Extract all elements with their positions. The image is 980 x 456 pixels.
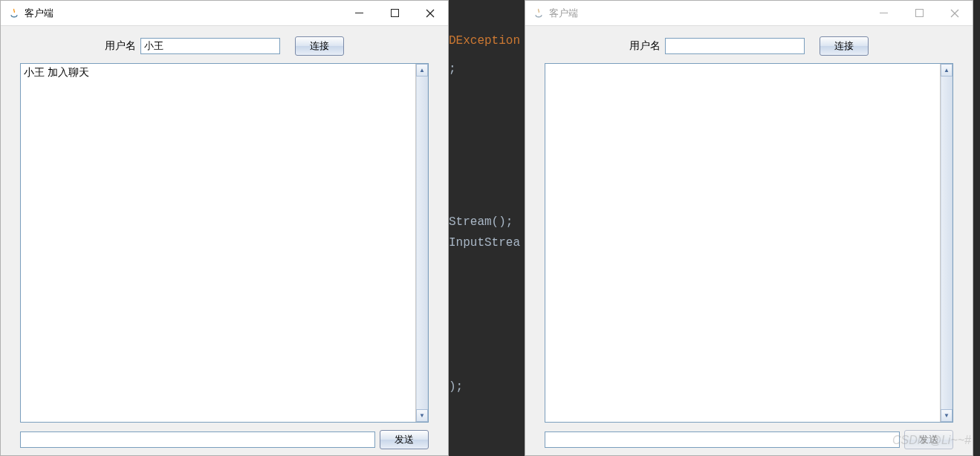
svg-rect-5: [915, 10, 923, 17]
username-label: 用户名: [105, 39, 136, 53]
window-title: 客户端: [25, 7, 341, 20]
chat-text[interactable]: [545, 64, 940, 422]
client-window-1: 客户端 用户名 连接 小王 加入聊天 ▲ ▼: [0, 0, 449, 456]
minimize-button[interactable]: [866, 1, 901, 25]
window-controls: [866, 1, 973, 25]
scroll-down-icon[interactable]: ▼: [941, 409, 953, 422]
close-button[interactable]: [937, 1, 973, 25]
code-line: ;: [449, 62, 456, 76]
client-body: 用户名 连接 小王 加入聊天 ▲ ▼ 发送: [1, 26, 448, 455]
svg-rect-1: [391, 10, 398, 17]
code-line: );: [449, 380, 463, 394]
connect-button[interactable]: 连接: [295, 36, 344, 56]
send-row: 发送: [20, 423, 429, 452]
window-title: 客户端: [549, 7, 866, 20]
username-row: 用户名 连接: [545, 32, 953, 63]
maximize-button[interactable]: [377, 1, 412, 25]
titlebar[interactable]: 客户端: [1, 1, 448, 26]
code-line: DException: [449, 34, 520, 48]
maximize-button[interactable]: [901, 1, 937, 25]
java-icon: [533, 7, 545, 19]
code-line: Stream();: [449, 215, 513, 229]
username-input[interactable]: [665, 38, 805, 54]
message-input[interactable]: [20, 431, 375, 448]
chat-area: ▲ ▼: [545, 63, 953, 423]
connect-button[interactable]: 连接: [820, 36, 869, 56]
username-label: 用户名: [629, 39, 661, 53]
scroll-down-icon[interactable]: ▼: [416, 409, 428, 422]
username-input[interactable]: [140, 38, 280, 54]
scroll-track[interactable]: [941, 76, 953, 409]
scroll-track[interactable]: [416, 76, 428, 409]
titlebar[interactable]: 客户端: [525, 1, 973, 26]
watermark: CSDN @Li~~#: [892, 434, 971, 447]
window-controls: [341, 1, 448, 25]
username-row: 用户名 连接: [20, 32, 429, 63]
client-window-2: 客户端 用户名 连接 ▲ ▼: [525, 0, 973, 456]
scroll-up-icon[interactable]: ▲: [941, 64, 953, 76]
code-line: InputStrea: [449, 236, 520, 250]
client-body: 用户名 连接 ▲ ▼ 发送: [525, 26, 973, 455]
scroll-up-icon[interactable]: ▲: [416, 64, 428, 76]
minimize-button[interactable]: [341, 1, 377, 25]
scrollbar[interactable]: ▲ ▼: [415, 64, 428, 422]
chat-text[interactable]: 小王 加入聊天: [21, 64, 415, 422]
chat-area: 小王 加入聊天 ▲ ▼: [20, 63, 429, 423]
java-icon: [8, 7, 20, 19]
message-input[interactable]: [545, 431, 900, 448]
send-button[interactable]: 发送: [380, 430, 429, 449]
scrollbar[interactable]: ▲ ▼: [940, 64, 953, 422]
close-button[interactable]: [412, 1, 448, 25]
